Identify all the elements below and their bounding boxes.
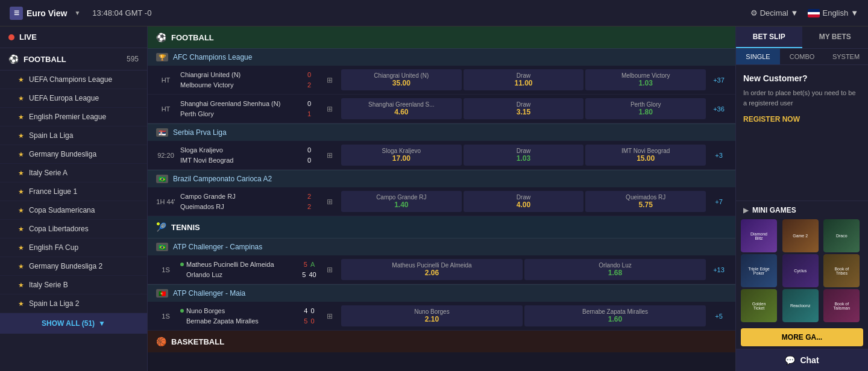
league-name: AFC Champions League [173,53,252,61]
home-team: Matheus Pucinelli De Almeida [180,260,298,270]
sidebar-item-germany-bundesliga[interactable]: ★ Germany Bundesliga [0,145,147,164]
away-team: IMT Novi Beograd [180,155,298,166]
stats-icon[interactable]: ⊞ [321,266,339,274]
league-name: Serbia Prva Liga [173,128,227,137]
star-icon: ★ [18,225,24,233]
sidebar-item-english-fa-cup[interactable]: ★ English FA Cup [0,238,147,257]
bet-home-button[interactable]: Matheus Pucinelli De Almeida 2.06 [341,259,523,280]
chat-button[interactable]: 💬 Chat [736,349,868,371]
mini-game-item[interactable]: Book ofTalisman [823,289,860,322]
more-bets-button[interactable]: +3 [708,152,729,159]
brazil-flag-icon: 🇧🇷 [156,175,168,183]
mini-game-item[interactable]: Reactoonz [782,289,819,322]
new-customer-desc: In order to place bet(s) you need to be … [743,88,861,108]
mini-game-item[interactable]: Game 2 [782,219,819,252]
sidebar-item-italy-serie-b[interactable]: ★ Italy Serie B [0,276,147,295]
star-icon: ★ [18,281,24,289]
sub-tab-system[interactable]: SYSTEM [824,49,868,64]
match-score: 0 0 [300,145,318,165]
sidebar-item-italy-serie-a[interactable]: ★ Italy Serie A [0,164,147,182]
star-icon: ★ [18,151,24,158]
sidebar-item-uefa-champions[interactable]: ★ UEFA Champions League [0,70,147,89]
register-now-button[interactable]: REGISTER NOW [743,115,861,123]
mini-game-item[interactable]: Cyclus [782,254,819,287]
bet-home-button[interactable]: Campo Grande RJ 1.40 [341,191,462,212]
sidebar-football[interactable]: ⚽ FOOTBALL 595 [0,48,147,70]
tennis-section-icon: 🎾 [156,222,166,232]
bet-away-label: Queimados RJ [626,194,665,201]
header-right: ⚙ Decimal ▼ English ▼ [750,8,858,17]
star-icon: ★ [18,95,24,102]
more-bets-button[interactable]: +36 [708,105,729,113]
league-brazil: 🇧🇷 Brazil Campeonato Carioca A2 [148,170,735,187]
sidebar-item-germany-bundesliga-2[interactable]: ★ Germany Bundesliga 2 [0,257,147,276]
sidebar-item-uefa-europa[interactable]: ★ UEFA Europa League [0,89,147,108]
bet-draw-button[interactable]: Draw 1.03 [464,145,584,166]
stats-icon[interactable]: ⊞ [321,151,339,160]
bet-away-button[interactable]: Queimados RJ 5.75 [585,191,706,212]
bet-home-odd: 4.60 [394,108,408,116]
sidebar-live[interactable]: LIVE [0,26,147,48]
language-selector[interactable]: English ▼ [808,8,858,17]
sidebar-item-spain-la-liga[interactable]: ★ Spain La Liga [0,126,147,145]
logo-icon: ☰ [10,7,23,20]
mini-game-item[interactable]: Book ofTribes [823,254,860,287]
bet-draw-button[interactable]: Draw 3.15 [464,98,584,119]
sidebar-item-copa-sudamericana[interactable]: ★ Copa Sudamericana [0,201,147,220]
mini-game-item[interactable]: Triple EdgePoker [741,254,777,287]
bet-away-button[interactable]: Orlando Luz 1.68 [524,259,706,280]
more-bets-button[interactable]: +13 [708,266,729,273]
sub-tab-combo[interactable]: COMBO [780,49,824,64]
decimal-selector[interactable]: ⚙ Decimal ▼ [750,8,799,17]
bet-home-button[interactable]: Chiangrai United (N) 35.00 [341,69,462,90]
logo[interactable]: ☰ Euro View ▼ [10,7,80,20]
sidebar-item-label: Italy Serie A [29,169,139,177]
sub-tab-single[interactable]: SINGLE [736,49,780,64]
league-afc-champions: 🏆 AFC Champions League [148,48,735,66]
league-name: ATP Challenger - Maia [173,289,245,298]
lang-label: English [822,8,848,17]
bet-home-label: Shanghai Greenland S... [368,101,435,108]
live-label: LIVE [19,33,37,42]
sidebar-item-english-premier[interactable]: ★ English Premier League [0,108,147,126]
home-team: Nuno Borges [180,306,298,316]
bet-home-button[interactable]: Shanghai Greenland S... 4.60 [341,98,462,119]
show-all-button[interactable]: SHOW ALL (51) ▼ [0,313,147,334]
more-bets-button[interactable]: +5 [708,313,729,320]
tab-bet-slip[interactable]: BET SLIP [736,26,802,48]
bet-away-odd: 1.68 [608,269,622,277]
bet-away-button[interactable]: IMT Novi Beograd 15.00 [585,145,706,166]
bet-home-button[interactable]: Nuno Borges 2.10 [341,305,523,326]
mini-games-header: ▶ MINI GAMES [736,201,868,219]
sidebar-item-france-ligue[interactable]: ★ France Ligue 1 [0,182,147,201]
tab-my-bets[interactable]: MY BETS [802,26,869,48]
basketball-section-icon: 🏀 [156,337,166,346]
stats-icon[interactable]: ⊞ [321,312,339,320]
stats-icon[interactable]: ⊞ [321,76,339,84]
sidebar-item-label: France Ligue 1 [29,187,139,196]
stats-icon[interactable]: ⊞ [321,198,339,206]
sidebar-item-copa-libertadores[interactable]: ★ Copa Libertadores [0,220,147,238]
mini-game-item[interactable]: DiamondBlitz [741,219,777,252]
bet-away-button[interactable]: Melbourne Victory 1.03 [585,69,706,90]
mini-game-item[interactable]: GoldenTicket [741,289,777,322]
more-bets-button[interactable]: +7 [708,198,729,205]
bet-draw-button[interactable]: Draw 11.00 [464,69,584,90]
home-team: Chiangrai United (N) [180,70,298,80]
more-games-button[interactable]: MORE GA... [741,328,863,346]
atp-maia-flag-icon: 🇵🇹 [156,289,168,298]
table-row: 92:20 Sloga Kraljevo IMT Novi Beograd 0 … [148,141,735,170]
sidebar-item-label: Spain La Liga [29,131,139,140]
away-score: 2 [300,80,318,90]
sidebar-item-spain-la-liga-2[interactable]: ★ Spain La Liga 2 [0,295,147,313]
bet-away-button[interactable]: Perth Glory 1.80 [585,98,706,119]
bet-draw-button[interactable]: Draw 4.00 [464,191,584,212]
mini-game-item[interactable]: Draco [823,219,860,252]
league-atp-campinas: 🇧🇷 ATP Challenger - Campinas [148,238,735,255]
bet-home-button[interactable]: Sloga Kraljevo 17.00 [341,145,462,166]
more-bets-button[interactable]: +37 [708,76,729,84]
star-icon: ★ [18,263,24,270]
football-section-title: FOOTBALL [171,33,214,42]
bet-away-button[interactable]: Bernabe Zapata Miralles 1.60 [524,305,706,326]
stats-icon[interactable]: ⊞ [321,105,339,113]
